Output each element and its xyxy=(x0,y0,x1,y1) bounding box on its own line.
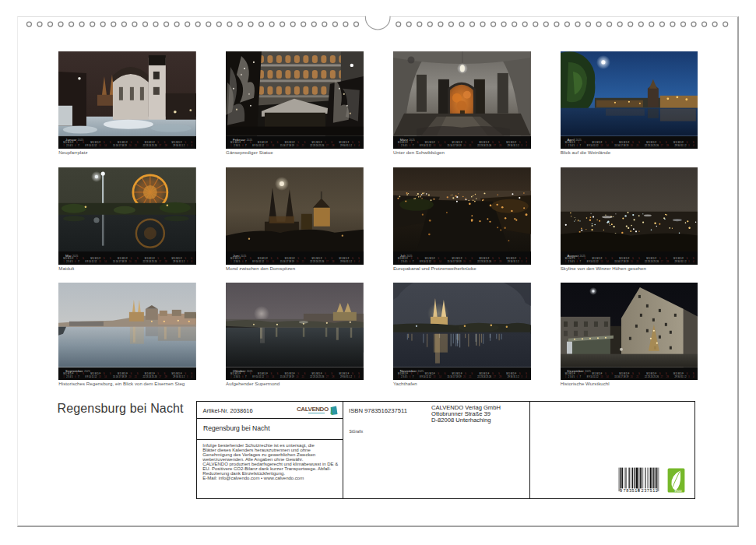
svg-text:eco: eco xyxy=(675,488,682,493)
